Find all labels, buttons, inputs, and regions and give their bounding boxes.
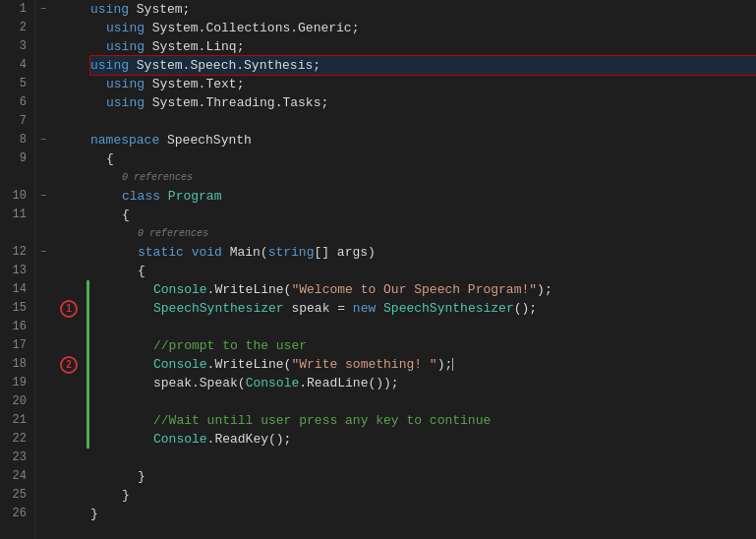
line-number: 4 xyxy=(8,56,27,75)
collapse-icon xyxy=(37,224,49,243)
token: ); xyxy=(437,355,453,374)
collapse-icon[interactable]: − xyxy=(37,243,49,262)
code-line: using System.Threading.Tasks; xyxy=(90,93,756,112)
line-number: 25 xyxy=(8,486,27,505)
step-circle-1: 1 xyxy=(60,300,78,318)
code-line: { xyxy=(90,262,756,280)
annotation-cell xyxy=(51,56,87,75)
code-line: } xyxy=(90,467,756,486)
line-number: 17 xyxy=(8,336,27,355)
token: System.Threading.Tasks; xyxy=(145,93,328,112)
annotation-cell xyxy=(51,411,87,430)
collapse-icon xyxy=(37,206,49,224)
token: } xyxy=(138,467,145,486)
token: .WriteLine( xyxy=(207,355,292,374)
token: System.Collections.Generic; xyxy=(145,19,359,37)
collapse-icons[interactable]: −−−− xyxy=(35,0,51,539)
collapse-icon[interactable]: − xyxy=(37,187,49,206)
collapse-icon[interactable]: − xyxy=(37,0,49,19)
collapse-icon xyxy=(37,168,49,187)
token: System; xyxy=(129,0,190,19)
code-line xyxy=(90,449,756,467)
token: .WriteLine( xyxy=(207,280,292,299)
token: "Write something! " xyxy=(291,355,436,374)
collapse-icon xyxy=(37,486,49,505)
active-region-bar xyxy=(87,280,89,299)
collapse-icon xyxy=(37,411,49,430)
annotation-cell xyxy=(51,449,87,467)
line-number: 11 xyxy=(8,206,27,224)
code-line: { xyxy=(90,206,756,224)
token: Console xyxy=(246,374,300,392)
collapse-icon xyxy=(37,318,49,336)
annotation-cell xyxy=(51,374,87,392)
token: [] args) xyxy=(314,243,375,262)
token xyxy=(184,243,192,262)
line-number: 23 xyxy=(8,449,27,467)
line-number: 7 xyxy=(8,112,27,131)
token: Console xyxy=(153,430,207,449)
code-line: using System.Collections.Generic; xyxy=(90,19,756,37)
token: .ReadLine()); xyxy=(299,374,398,392)
code-editor[interactable]: 1234567891011121314151617181920212223242… xyxy=(0,0,756,539)
annotation-cell xyxy=(51,131,87,150)
token: } xyxy=(90,505,98,523)
token: .ReadKey(); xyxy=(207,430,292,449)
line-number: 13 xyxy=(8,262,27,280)
collapse-icon xyxy=(37,19,49,37)
annotation-cell xyxy=(51,150,87,168)
code-line: using System.Speech.Synthesis; xyxy=(90,56,756,75)
line-number: 15 xyxy=(8,299,27,318)
annotation-cell xyxy=(51,280,87,299)
token: using xyxy=(106,37,145,56)
collapse-icon xyxy=(37,75,49,93)
collapse-icon xyxy=(37,392,49,411)
annotation-cell xyxy=(51,336,87,355)
line-number: 19 xyxy=(8,374,27,392)
token: namespace xyxy=(90,131,159,150)
active-region-bar xyxy=(87,374,89,392)
annotation-cell xyxy=(51,112,87,131)
line-number: 22 xyxy=(8,430,27,449)
collapse-icon xyxy=(37,56,49,75)
collapse-icon xyxy=(37,355,49,374)
collapse-icon xyxy=(37,112,49,131)
token: void xyxy=(192,243,222,262)
active-region-bar xyxy=(87,355,89,374)
active-region-bar xyxy=(87,411,89,430)
collapse-icon xyxy=(37,505,49,523)
token: System.Speech.Synthesis; xyxy=(129,56,320,75)
line-number xyxy=(8,224,27,243)
annotation-cell: 2 xyxy=(51,355,87,374)
code-line: Console.ReadKey(); xyxy=(90,430,756,449)
token: { xyxy=(106,150,114,168)
token: Console xyxy=(153,355,207,374)
code-line: namespace SpeechSynth xyxy=(90,131,756,150)
annotation-cell xyxy=(51,392,87,411)
line-numbers: 1234567891011121314151617181920212223242… xyxy=(0,0,35,539)
line-number: 26 xyxy=(8,505,27,523)
collapse-icon xyxy=(37,93,49,112)
annotation-cell xyxy=(51,430,87,449)
code-line: Console.WriteLine("Write something! "); xyxy=(90,355,756,374)
token: SpeechSynthesizer xyxy=(153,299,284,318)
annotation-cell xyxy=(51,206,87,224)
line-number: 10 xyxy=(8,187,27,206)
token: using xyxy=(106,93,145,112)
annotation-cell xyxy=(51,318,87,336)
collapse-icon xyxy=(37,430,49,449)
collapse-icon xyxy=(37,449,49,467)
collapse-icon[interactable]: − xyxy=(37,131,49,150)
line-number: 9 xyxy=(8,150,27,168)
step-circle-2: 2 xyxy=(60,356,78,374)
line-number: 20 xyxy=(8,392,27,411)
token: "Welcome to Our Speech Program!" xyxy=(291,280,537,299)
code-line: Console.WriteLine("Welcome to Our Speech… xyxy=(90,280,756,299)
annotation-cell xyxy=(51,505,87,523)
code-line: using System; xyxy=(90,0,756,19)
annotation-cell xyxy=(51,262,87,280)
annotation-cell xyxy=(51,37,87,56)
token: { xyxy=(138,262,145,280)
token: using xyxy=(90,56,129,75)
annotation-cell xyxy=(51,467,87,486)
